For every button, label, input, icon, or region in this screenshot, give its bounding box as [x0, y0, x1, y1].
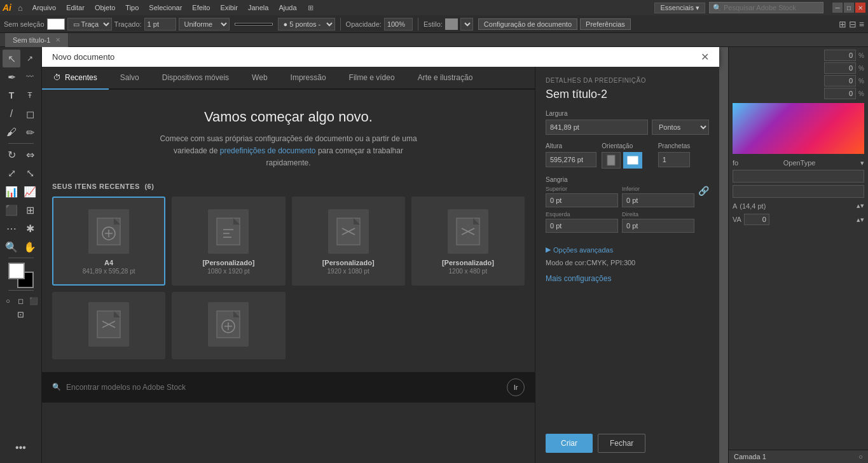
- opentype-dropdown-icon[interactable]: ▾: [860, 159, 864, 167]
- color-m-input[interactable]: [824, 62, 856, 74]
- red-mode[interactable]: ⬛: [28, 295, 39, 307]
- font-select[interactable]: [733, 170, 864, 183]
- touch-type-tool[interactable]: Ŧ: [21, 86, 39, 104]
- mesh-tool[interactable]: ⊞: [21, 201, 39, 219]
- largura-input[interactable]: [546, 120, 648, 135]
- gradient-tool[interactable]: ⬛: [3, 201, 20, 219]
- tab-recentes[interactable]: ⏱ Recentes: [42, 67, 109, 90]
- font-style-select[interactable]: [733, 185, 864, 198]
- tab-salvo[interactable]: Salvo: [109, 67, 151, 90]
- align-icon[interactable]: ⊟: [849, 19, 857, 29]
- opcoes-avancadas-link[interactable]: ▶ Opções avançadas: [546, 245, 709, 254]
- superior-input[interactable]: [546, 193, 618, 207]
- rotate-tool[interactable]: ↻: [3, 146, 20, 163]
- stroke-style-select[interactable]: ● 5 pontos - ...: [278, 18, 335, 31]
- preferencias-button[interactable]: Preferências: [580, 18, 631, 30]
- freeform-tool[interactable]: 〰: [21, 68, 39, 86]
- recent-item-1[interactable]: [Personalizado] 1080 x 1920 pt: [172, 197, 285, 286]
- maximize-button[interactable]: □: [844, 3, 854, 13]
- minimize-button[interactable]: ─: [832, 3, 843, 13]
- criar-button[interactable]: Criar: [546, 434, 593, 453]
- pen-tool[interactable]: ✒: [3, 68, 20, 86]
- tab-filme[interactable]: Filme e vídeo: [338, 67, 406, 90]
- tab-dispositivos[interactable]: Dispositivos móveis: [151, 67, 240, 90]
- line-tool[interactable]: /: [3, 105, 20, 123]
- stock-search-input[interactable]: [66, 383, 502, 392]
- screen-mode[interactable]: ◻: [15, 295, 27, 307]
- menu-efeito[interactable]: Efeito: [188, 3, 214, 13]
- layer-visibility-icon[interactable]: ○: [858, 453, 863, 460]
- font-size-arrows-icon[interactable]: ▴▾: [857, 202, 864, 210]
- more-tools[interactable]: •••: [12, 439, 30, 460]
- menu-ajuda[interactable]: Ajuda: [274, 3, 301, 13]
- direita-input[interactable]: [622, 219, 694, 233]
- zoom-tool[interactable]: 🔍: [3, 238, 20, 256]
- config-doc-button[interactable]: Configuração de documento: [478, 18, 577, 30]
- reflect-tool[interactable]: ⇔: [21, 146, 39, 163]
- inferior-input[interactable]: [622, 193, 694, 207]
- graph-tool[interactable]: 📊: [3, 183, 20, 200]
- more-tools-btn[interactable]: •••: [12, 439, 30, 457]
- color-c-input[interactable]: [824, 50, 856, 61]
- color-k-input[interactable]: [824, 88, 856, 99]
- essenciais-button[interactable]: Essenciais ▾: [654, 3, 705, 13]
- shape-tool[interactable]: ◻: [21, 105, 39, 123]
- symbol-tool[interactable]: ✱: [21, 219, 39, 237]
- tab-arte[interactable]: Arte e ilustração: [406, 67, 485, 90]
- menu-exibir[interactable]: Exibir: [216, 3, 242, 13]
- home-icon[interactable]: ⌂: [18, 3, 23, 13]
- color-selector[interactable]: [8, 263, 34, 288]
- menu-janela[interactable]: Janela: [244, 3, 273, 13]
- recent-item-5[interactable]: [172, 292, 285, 359]
- mais-configuracoes-button[interactable]: Mais configurações: [546, 274, 709, 283]
- recent-item-2[interactable]: [Personalizado] 1920 x 1080 pt: [292, 197, 405, 286]
- tab-web[interactable]: Web: [240, 67, 279, 90]
- menu-objeto[interactable]: Objeto: [90, 3, 120, 13]
- warp-tool[interactable]: ⤡: [21, 164, 39, 182]
- direct-selection-tool[interactable]: ↗: [21, 50, 39, 67]
- color-swatch[interactable]: [47, 18, 65, 30]
- tracado-type-select[interactable]: Uniforme: [179, 18, 230, 31]
- portrait-btn[interactable]: [602, 152, 621, 169]
- normal-mode[interactable]: ○: [3, 295, 14, 307]
- paintbrush-tool[interactable]: 🖌: [3, 123, 20, 141]
- pranchetas-input[interactable]: [658, 152, 690, 167]
- estilo-swatch[interactable]: [445, 18, 458, 30]
- tab-impressao[interactable]: Impressão: [279, 67, 338, 90]
- menu-editar[interactable]: Editar: [62, 3, 89, 13]
- esquerda-input[interactable]: [546, 219, 618, 233]
- more-icon[interactable]: ≡: [859, 19, 864, 29]
- color-spectrum[interactable]: [733, 103, 864, 154]
- recent-item-0[interactable]: A4 841,89 x 595,28 pt: [52, 197, 165, 286]
- ir-button[interactable]: Ir: [507, 378, 525, 396]
- tracado-input[interactable]: [144, 18, 176, 31]
- menu-tipo[interactable]: Tipo: [121, 3, 143, 13]
- type-tool[interactable]: T: [3, 86, 20, 104]
- fechar-button[interactable]: Fechar: [598, 434, 645, 453]
- va-arrows-icon[interactable]: ▴▾: [857, 216, 864, 224]
- menu-selecionar[interactable]: Selecionar: [144, 3, 186, 13]
- scale-tool[interactable]: ⤢: [3, 164, 20, 182]
- close-button[interactable]: ✕: [855, 3, 865, 13]
- landscape-btn[interactable]: [623, 152, 642, 169]
- estilo-select[interactable]: [460, 18, 473, 31]
- hand-tool[interactable]: ✋: [21, 238, 39, 256]
- va-input[interactable]: [744, 214, 769, 225]
- opacidade-input[interactable]: [384, 18, 413, 31]
- artboard-tool[interactable]: ⊡: [15, 308, 27, 320]
- tab-close-icon[interactable]: ✕: [55, 36, 60, 43]
- blend-tool[interactable]: ⋯: [3, 219, 20, 237]
- color-y-input[interactable]: [824, 75, 856, 86]
- recent-item-4[interactable]: [52, 292, 165, 359]
- unidade-select[interactable]: Pontos Pixels mm: [652, 120, 709, 135]
- selection-tool[interactable]: ↖: [3, 50, 20, 67]
- foreground-color[interactable]: [8, 263, 25, 279]
- novo-doc-close-button[interactable]: ✕: [701, 51, 709, 63]
- arrange-icon[interactable]: ⊞: [839, 19, 846, 29]
- stroke-type-select[interactable]: ▭ Traçado: [67, 18, 112, 31]
- altura-input[interactable]: [546, 152, 596, 167]
- chart-tool[interactable]: 📈: [21, 183, 39, 200]
- menu-arquivo[interactable]: Arquivo: [28, 3, 60, 13]
- link-sangria-icon[interactable]: 🔗: [698, 186, 709, 196]
- pencil-tool[interactable]: ✏: [21, 123, 39, 141]
